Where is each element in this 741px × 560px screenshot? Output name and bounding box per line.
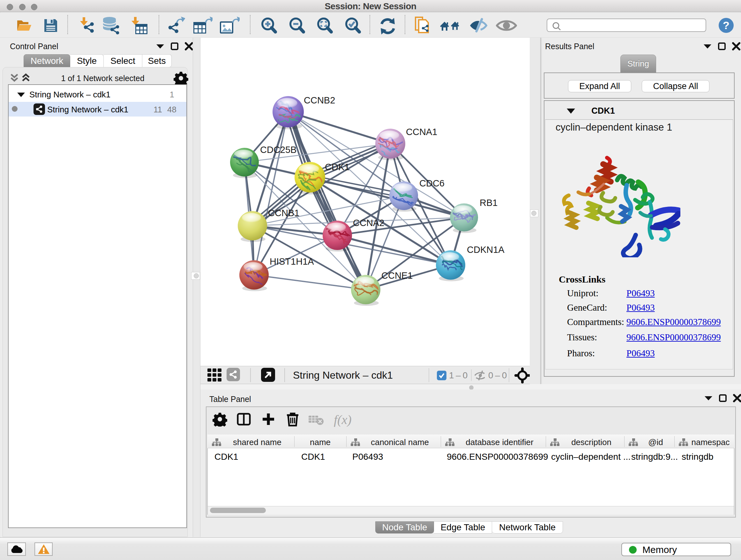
svg-text:CDC25B: CDC25B: [260, 145, 296, 155]
svg-text:CDKN1A: CDKN1A: [467, 245, 504, 255]
svg-text:RB1: RB1: [480, 198, 497, 208]
svg-text:CCNA1: CCNA1: [406, 127, 437, 137]
svg-text:CCNB2: CCNB2: [304, 95, 335, 105]
svg-text:CDK1: CDK1: [325, 162, 349, 172]
svg-text:HIST1H1A: HIST1H1A: [270, 256, 314, 266]
svg-text:CCNE1: CCNE1: [381, 270, 413, 281]
svg-text:CCNA2: CCNA2: [353, 218, 384, 228]
svg-text:CDC6: CDC6: [419, 178, 445, 188]
svg-text:CCNB1: CCNB1: [268, 208, 299, 218]
